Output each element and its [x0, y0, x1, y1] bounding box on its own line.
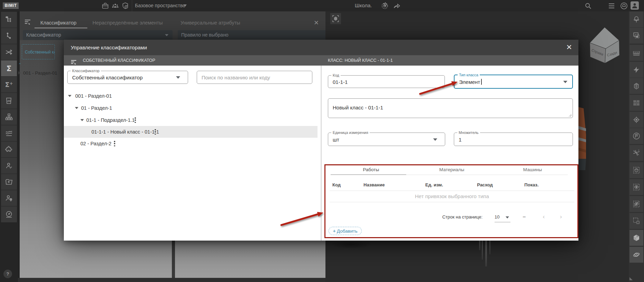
- flag-icon[interactable]: [630, 128, 643, 144]
- floorplan-icon[interactable]: [630, 95, 643, 111]
- tree-item[interactable]: 01-1 - Подраздел-1.1: [64, 114, 318, 126]
- item-menu-icon[interactable]: [155, 129, 156, 135]
- tab-universal-attributes[interactable]: Универсальные атрибуты: [180, 20, 240, 26]
- annotation-rectangle: [324, 164, 578, 238]
- briefcase-icon[interactable]: [101, 2, 109, 10]
- resize-handle[interactable]: [630, 277, 633, 280]
- workspace-selector[interactable]: Базовое пространство: [135, 3, 185, 8]
- item-menu-icon[interactable]: [114, 141, 115, 146]
- tree-item[interactable]: 01 - Раздел-1: [64, 102, 318, 114]
- dialog-close-icon[interactable]: ✕: [565, 43, 573, 51]
- tree-item-selected[interactable]: 01-1-1 - Новый класс - 01-1-1: [64, 126, 318, 138]
- dialog-subheader: СОБСТВЕННЫЙ КЛАССИФИКАТОР КЛАСС: НОВЫЙ К…: [64, 55, 578, 66]
- classifier-management-dialog: Управление классификаторами ✕ СОБСТВЕННЫ…: [64, 40, 578, 241]
- tree-item[interactable]: 001 - Раздел-01: [64, 90, 318, 102]
- classifier-add-icon[interactable]: Σ+: [1, 77, 17, 93]
- orbit-icon[interactable]: [630, 247, 643, 263]
- search-field[interactable]: [197, 71, 312, 84]
- rule-filter-dropdown[interactable]: Правило не выбрано: [178, 30, 342, 40]
- expand-icon[interactable]: [80, 119, 84, 121]
- right-sidebar: 12: [629, 11, 644, 282]
- bimit-logo: BiMiT: [3, 2, 19, 9]
- gear-icon[interactable]: [381, 2, 389, 10]
- axes-icon[interactable]: 12: [630, 145, 643, 161]
- chevron-down-icon: [176, 76, 180, 79]
- svg-text:2D: 2D: [7, 99, 11, 103]
- search-icon[interactable]: [584, 2, 592, 10]
- shuffle-icon[interactable]: [1, 44, 17, 60]
- topbar-divider: [132, 0, 132, 11]
- locate-icon[interactable]: [630, 112, 643, 128]
- help-button[interactable]: ?: [3, 270, 12, 278]
- selection-sets-icon[interactable]: [630, 28, 643, 43]
- classifier-menu-icon[interactable]: [71, 58, 77, 63]
- 2d-view-icon[interactable]: 2D: [1, 93, 17, 109]
- scene-geometry: [479, 241, 480, 250]
- scene-shadow: [331, 240, 372, 249]
- panel-bottom-strip: [18, 278, 325, 282]
- dialog-title-bar: Управление классификаторами ✕: [64, 40, 578, 55]
- panel-close-icon[interactable]: ✕: [314, 19, 319, 27]
- scene-geometry: [482, 241, 483, 260]
- view-cube[interactable]: Справа Сзади: [587, 24, 621, 66]
- hide-icon[interactable]: [630, 196, 643, 212]
- tree-item[interactable]: 02 - Раздел-2: [64, 138, 318, 149]
- scene-geometry: [489, 241, 490, 254]
- shield-status-icon[interactable]: [121, 2, 129, 10]
- folder-import-icon[interactable]: [1, 174, 17, 190]
- resize-grip[interactable]: [568, 114, 572, 117]
- top-bar: BiMiT Базовое пространство Школа.: [0, 0, 644, 11]
- classifier-filter-dropdown[interactable]: Классификатор: [23, 30, 173, 40]
- model-tree-icon[interactable]: [1, 12, 17, 28]
- focus-selection-icon[interactable]: [330, 13, 341, 24]
- code-field[interactable]: Код 01-1-1: [328, 75, 445, 88]
- expand-icon[interactable]: [75, 107, 78, 109]
- user-check-icon[interactable]: [1, 158, 17, 174]
- class-section-title: КЛАСС: НОВЫЙ КЛАСС - 01-1-1: [328, 55, 393, 66]
- left-sidebar: Σ Σ+ 2D ?: [0, 11, 18, 282]
- user-location-icon[interactable]: [1, 190, 17, 206]
- chevron-down-icon: [563, 81, 567, 83]
- show-icon[interactable]: [630, 179, 643, 195]
- isolate-box-icon[interactable]: [630, 162, 643, 178]
- scene-geometry: [485, 241, 487, 266]
- classifier-icon[interactable]: Σ: [1, 60, 17, 76]
- left-section-title: СОБСТВЕННЫЙ КЛАССИФИКАТОР: [83, 55, 155, 66]
- team-icon[interactable]: [111, 2, 119, 10]
- gauge-icon[interactable]: [1, 206, 17, 222]
- unit-select[interactable]: Единица измерения шт: [328, 133, 445, 146]
- tab-unallocated[interactable]: Нераспределённые элементы: [92, 20, 163, 26]
- class-name-field[interactable]: Новый класс - 01-1-1: [328, 98, 573, 118]
- relations-icon[interactable]: [1, 28, 17, 44]
- panel-divider: [321, 66, 321, 241]
- class-type-field[interactable]: Тип класса Элемент: [454, 75, 573, 89]
- text-cursor: [481, 79, 482, 85]
- svg-text:2: 2: [638, 149, 640, 151]
- clear-isolation-icon[interactable]: [630, 213, 643, 229]
- structure-icon[interactable]: [1, 109, 17, 125]
- plugins-icon[interactable]: [1, 142, 17, 157]
- panel-menu-icon[interactable]: [25, 19, 31, 25]
- tab-classifier[interactable]: Классификатор: [40, 20, 77, 26]
- share-icon[interactable]: [393, 2, 401, 10]
- shaded-view-icon[interactable]: [630, 230, 643, 246]
- measure-icon[interactable]: [630, 45, 643, 61]
- item-menu-icon[interactable]: [135, 117, 136, 123]
- list-icon[interactable]: [607, 2, 616, 10]
- classifier-select[interactable]: Классификатор Собственный классификатор: [67, 71, 188, 84]
- environment-icon[interactable]: [630, 11, 643, 27]
- user-avatar[interactable]: [631, 1, 639, 10]
- section-plane-icon[interactable]: [630, 62, 643, 78]
- search-input[interactable]: [197, 71, 312, 84]
- charts-icon[interactable]: [1, 125, 17, 141]
- section-box-icon[interactable]: [630, 78, 643, 94]
- brick-column: [578, 107, 586, 170]
- multiplier-field[interactable]: Множитель 1: [454, 133, 573, 146]
- project-title: Школа.: [355, 2, 372, 8]
- chevron-down-icon: [433, 138, 437, 141]
- expand-icon[interactable]: [68, 95, 71, 97]
- chevron-down-icon: [183, 4, 187, 7]
- notifications-icon[interactable]: [620, 2, 628, 10]
- active-tab-underline: [35, 28, 87, 28]
- classifier-chip[interactable]: Собственный кл: [22, 44, 55, 59]
